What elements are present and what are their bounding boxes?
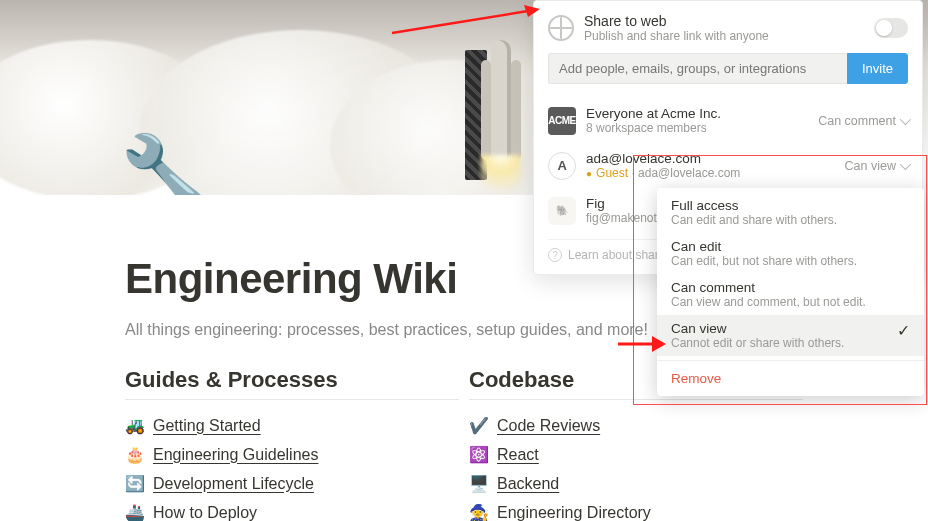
item-link[interactable]: How to Deploy xyxy=(153,504,257,522)
help-icon: ? xyxy=(548,248,562,262)
avatar: A xyxy=(548,152,576,180)
share-web-title: Share to web xyxy=(584,13,769,29)
item-link[interactable]: Backend xyxy=(497,475,559,493)
share-web-toggle[interactable] xyxy=(874,18,908,38)
member-name: ada@lovelace.com xyxy=(586,151,845,166)
page-link[interactable]: ✔️Code Reviews xyxy=(469,416,803,435)
permission-option[interactable]: Full accessCan edit and share with other… xyxy=(657,192,924,233)
item-emoji-icon: 🖥️ xyxy=(469,474,489,493)
page-link[interactable]: ⚛️React xyxy=(469,445,803,464)
item-link[interactable]: Code Reviews xyxy=(497,417,600,435)
item-link[interactable]: React xyxy=(497,446,539,464)
item-link[interactable]: Engineering Directory xyxy=(497,504,651,522)
item-emoji-icon: 🎂 xyxy=(125,445,145,464)
permission-dropdown: Full accessCan edit and share with other… xyxy=(657,188,924,396)
guest-badge: Guest xyxy=(586,166,628,180)
avatar: 🐘 xyxy=(548,197,576,225)
item-emoji-icon: 🔄 xyxy=(125,474,145,493)
permission-option[interactable]: Can commentCan view and comment, but not… xyxy=(657,274,924,315)
page-link[interactable]: 🧙Engineering Directory xyxy=(469,503,803,521)
chevron-down-icon xyxy=(900,113,911,124)
permission-selector[interactable]: Can comment xyxy=(818,114,908,128)
share-web-desc: Publish and share link with anyone xyxy=(584,29,769,43)
globe-icon xyxy=(548,15,574,41)
member-sub: 8 workspace members xyxy=(586,121,818,135)
wrench-icon: 🔧 xyxy=(120,130,210,195)
page-link[interactable]: 🔄Development Lifecycle xyxy=(125,474,459,493)
share-member-row: ACME Everyone at Acme Inc. 8 workspace m… xyxy=(548,98,908,143)
permission-remove[interactable]: Remove xyxy=(657,365,924,392)
item-emoji-icon: ⚛️ xyxy=(469,445,489,464)
item-emoji-icon: ✔️ xyxy=(469,416,489,435)
col-heading-guides: Guides & Processes xyxy=(125,367,459,400)
invite-button[interactable]: Invite xyxy=(847,53,908,84)
item-link[interactable]: Getting Started xyxy=(153,417,261,435)
permission-option[interactable]: Can editCan edit, but not share with oth… xyxy=(657,233,924,274)
check-icon: ✓ xyxy=(897,321,910,340)
item-link[interactable]: Development Lifecycle xyxy=(153,475,314,493)
member-name: Everyone at Acme Inc. xyxy=(586,106,818,121)
item-emoji-icon: 🚢 xyxy=(125,503,145,521)
page-link[interactable]: 🚜Getting Started xyxy=(125,416,459,435)
page-link[interactable]: 🚢How to Deploy xyxy=(125,503,459,521)
item-emoji-icon: 🚜 xyxy=(125,416,145,435)
avatar: ACME xyxy=(548,107,576,135)
permission-option[interactable]: Can viewCannot edit or share with others… xyxy=(657,315,924,356)
item-link[interactable]: Engineering Guidelines xyxy=(153,446,318,464)
rocket-graphic xyxy=(455,40,545,195)
chevron-down-icon xyxy=(900,158,911,169)
page-link[interactable]: 🎂Engineering Guidelines xyxy=(125,445,459,464)
member-sub: Guest · ada@lovelace.com xyxy=(586,166,845,180)
page-link[interactable]: 🖥️Backend xyxy=(469,474,803,493)
permission-selector[interactable]: Can view xyxy=(845,159,908,173)
item-emoji-icon: 🧙 xyxy=(469,503,489,521)
share-member-row: A ada@lovelace.com Guest · ada@lovelace.… xyxy=(548,143,908,188)
invite-input[interactable]: Add people, emails, groups, or integrati… xyxy=(548,53,847,84)
